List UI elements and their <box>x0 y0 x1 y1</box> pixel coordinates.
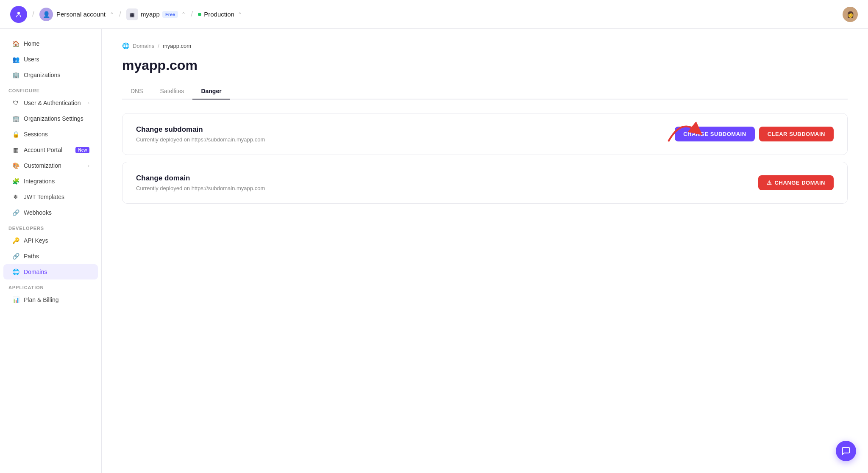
breadcrumb-parent[interactable]: Domains <box>133 43 154 49</box>
change-subdomain-button[interactable]: CHANGE SUBDOMAIN <box>675 127 754 141</box>
home-icon: 🏠 <box>12 40 19 47</box>
sidebar-item-customization[interactable]: 🎨 Customization › <box>3 158 98 173</box>
user-avatar[interactable]: 👩 <box>843 7 858 22</box>
sidebar-paths-label: Paths <box>24 253 89 260</box>
sidebar-account-portal-label: Account Portal <box>24 147 71 153</box>
env-chevron-icon: ⌃ <box>238 11 242 17</box>
account-portal-badge: New <box>75 147 89 153</box>
customization-icon: 🎨 <box>12 162 19 169</box>
topnav-right: 👩 <box>843 7 858 22</box>
sidebar-item-api-keys[interactable]: 🔑 API Keys <box>3 233 98 248</box>
tab-danger[interactable]: Danger <box>192 83 230 100</box>
chat-support-button[interactable] <box>836 441 856 461</box>
topnav: / 👤 Personal account ⌃ / ▦ myapp Free ⌃ … <box>0 0 868 29</box>
sidebar-jwt-label: JWT Templates <box>24 194 89 200</box>
globe-icon: 🌐 <box>12 268 19 276</box>
clear-subdomain-button[interactable]: CLEAR SUBDOMAIN <box>759 127 834 141</box>
sidebar-item-users[interactable]: 👥 Users <box>3 52 98 67</box>
change-subdomain-card: Change subdomain Currently deployed on h… <box>122 113 848 155</box>
shield-icon: 🛡 <box>12 99 19 107</box>
domain-card-desc: Currently deployed on https://subdomain.… <box>136 185 265 191</box>
developers-section-label: DEVELOPERS <box>0 221 101 232</box>
env-status-dot <box>198 13 201 16</box>
tab-satellites[interactable]: Satellites <box>152 83 193 100</box>
configure-section-label: CONFIGURE <box>0 83 101 95</box>
sidebar-item-home[interactable]: 🏠 Home <box>3 36 98 51</box>
layout: 🏠 Home 👥 Users 🏢 Organizations CONFIGURE… <box>0 29 868 473</box>
account-chevron-icon: ⌃ <box>110 11 114 17</box>
portal-icon: ▦ <box>12 146 19 154</box>
breadcrumb-separator: / <box>158 43 159 49</box>
warning-icon: ⚠ <box>767 180 772 186</box>
sep1: / <box>32 10 34 19</box>
app-name: myapp <box>141 11 160 18</box>
sidebar-item-organizations[interactable]: 🏢 Organizations <box>3 67 98 83</box>
puzzle-icon: 🧩 <box>12 177 19 185</box>
sidebar: 🏠 Home 👥 Users 🏢 Organizations CONFIGURE… <box>0 29 102 473</box>
domain-card-actions: ⚠ CHANGE DOMAIN <box>758 175 834 190</box>
sep3: / <box>191 10 193 19</box>
sidebar-home-label: Home <box>24 40 89 47</box>
tabs: DNS Satellites Danger <box>122 83 848 100</box>
domain-card-left: Change domain Currently deployed on http… <box>136 174 265 191</box>
application-section-label: APPLICATION <box>0 280 101 292</box>
sidebar-sessions-label: Sessions <box>24 131 89 138</box>
app-switcher[interactable]: ▦ myapp Free ⌃ <box>126 8 186 20</box>
sep2: / <box>119 10 121 19</box>
breadcrumb: 🌐 Domains / myapp.com <box>122 42 848 49</box>
organizations-icon: 🏢 <box>12 71 19 79</box>
sidebar-domains-label: Domains <box>24 268 89 275</box>
subdomain-card-title: Change subdomain <box>136 125 265 134</box>
sidebar-item-org-settings[interactable]: 🏢 Organizations Settings <box>3 111 98 126</box>
subdomain-card-left: Change subdomain Currently deployed on h… <box>136 125 265 143</box>
sidebar-customization-label: Customization <box>24 162 83 169</box>
sidebar-users-label: Users <box>24 56 89 63</box>
paths-icon: 🔗 <box>12 252 19 260</box>
sidebar-item-jwt-templates[interactable]: ❄ JWT Templates <box>3 189 98 205</box>
breadcrumb-globe-icon: 🌐 <box>122 42 129 49</box>
change-domain-label: CHANGE DOMAIN <box>775 180 825 186</box>
billing-icon: 📊 <box>12 296 19 304</box>
sidebar-item-plan-billing[interactable]: 📊 Plan & Billing <box>3 292 98 307</box>
change-domain-button[interactable]: ⚠ CHANGE DOMAIN <box>758 175 834 190</box>
sidebar-organizations-label: Organizations <box>24 72 89 78</box>
main-content: 🌐 Domains / myapp.com myapp.com DNS Sate… <box>102 29 868 473</box>
env-switcher[interactable]: Production ⌃ <box>198 11 242 18</box>
app-icon: ▦ <box>126 8 138 20</box>
snowflake-icon: ❄ <box>12 193 19 201</box>
tab-dns[interactable]: DNS <box>122 83 152 100</box>
customization-chevron-icon: › <box>88 163 89 168</box>
subdomain-card-actions: CHANGE SUBDOMAIN CLEAR SUBDOMAIN <box>675 127 834 141</box>
key-icon: 🔑 <box>12 237 19 244</box>
sidebar-plan-billing-label: Plan & Billing <box>24 296 89 303</box>
env-name: Production <box>204 11 234 18</box>
user-auth-chevron-icon: › <box>88 100 89 105</box>
sidebar-item-webhooks[interactable]: 🔗 Webhooks <box>3 205 98 220</box>
change-domain-card: Change domain Currently deployed on http… <box>122 162 848 204</box>
lock-icon: 🔒 <box>12 130 19 138</box>
sidebar-item-user-auth[interactable]: 🛡 User & Authentication › <box>3 95 98 111</box>
domain-card-title: Change domain <box>136 174 265 183</box>
sidebar-item-domains[interactable]: 🌐 Domains <box>3 264 98 279</box>
breadcrumb-current: myapp.com <box>163 43 191 49</box>
clerk-logo[interactable] <box>10 6 27 23</box>
sidebar-org-settings-label: Organizations Settings <box>24 115 89 122</box>
sidebar-item-sessions[interactable]: 🔒 Sessions <box>3 127 98 142</box>
subdomain-card-desc: Currently deployed on https://subdomain.… <box>136 136 265 143</box>
sidebar-webhooks-label: Webhooks <box>24 209 89 216</box>
users-icon: 👥 <box>12 55 19 63</box>
sidebar-item-account-portal[interactable]: ▦ Account Portal New <box>3 142 98 158</box>
sidebar-item-integrations[interactable]: 🧩 Integrations <box>3 174 98 189</box>
sidebar-api-keys-label: API Keys <box>24 237 89 244</box>
sidebar-item-paths[interactable]: 🔗 Paths <box>3 249 98 264</box>
page-title: myapp.com <box>122 58 848 73</box>
webhook-icon: 🔗 <box>12 209 19 216</box>
account-avatar: 👤 <box>39 8 53 21</box>
app-chevron-icon: ⌃ <box>181 11 186 17</box>
account-name: Personal account <box>56 11 106 18</box>
org-settings-icon: 🏢 <box>12 115 19 122</box>
account-switcher[interactable]: 👤 Personal account ⌃ <box>39 8 114 21</box>
sidebar-integrations-label: Integrations <box>24 178 89 185</box>
app-plan-badge: Free <box>162 11 178 18</box>
sidebar-user-auth-label: User & Authentication <box>24 100 83 106</box>
